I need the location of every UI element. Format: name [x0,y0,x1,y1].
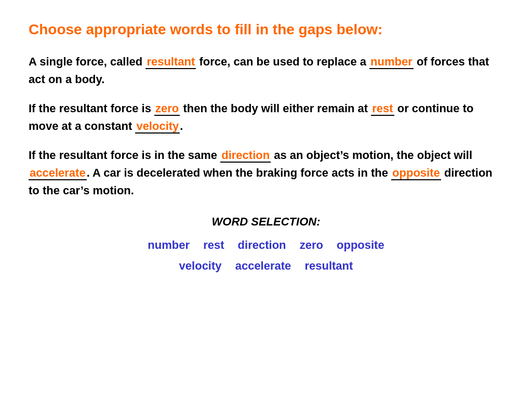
content-area: A single force, called resultant force, … [29,53,503,200]
paragraph-1: A single force, called resultant force, … [29,53,503,88]
word-number: number [148,238,190,251]
word-direction: direction [238,238,286,251]
word-selection-section: WORD SELECTION: number rest direction ze… [29,215,503,276]
paragraph-3: If the resultant force is in the same di… [29,147,503,200]
filled-accelerate: accelerate [29,166,87,180]
word-zero: zero [300,238,323,251]
filled-direction: direction [220,149,271,163]
filled-rest: rest [371,102,394,116]
filled-zero: zero [154,102,180,116]
word-list-row1: number rest direction zero opposite [29,235,503,256]
filled-opposite: opposite [391,166,441,180]
word-rest: rest [203,238,224,251]
word-resultant: resultant [304,259,353,272]
word-selection-title: WORD SELECTION: [29,215,503,229]
filled-resultant: resultant [145,55,196,69]
word-list-row2: velocity accelerate resultant [29,256,503,276]
filled-velocity: velocity [135,119,180,134]
word-opposite: opposite [337,238,384,251]
paragraph-2: If the resultant force is zero then the … [29,100,503,135]
word-velocity: velocity [179,259,222,272]
filled-number: number [369,55,414,69]
page-title: Choose appropriate words to fill in the … [29,21,503,38]
word-accelerate: accelerate [235,259,291,272]
